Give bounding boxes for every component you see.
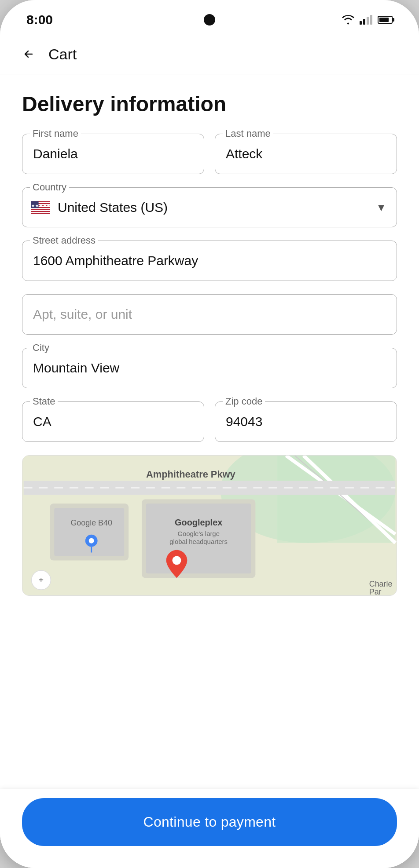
svg-point-29 — [173, 556, 181, 565]
camera-dot — [204, 14, 215, 26]
battery-icon — [378, 16, 393, 24]
apt-suite-input[interactable] — [22, 294, 397, 335]
last-name-input[interactable] — [215, 134, 397, 174]
status-icons — [342, 15, 393, 25]
country-group: Country ★★★★★★ United States (US) — [22, 187, 397, 227]
country-label: Country — [30, 182, 69, 193]
city-group: City — [22, 348, 397, 388]
name-row: First name Last name — [22, 134, 397, 174]
last-name-group: Last name — [215, 134, 397, 174]
city-input[interactable] — [22, 348, 397, 388]
svg-rect-11 — [277, 456, 395, 543]
svg-text:+: + — [39, 575, 44, 585]
page-title: Delivery information — [22, 92, 397, 116]
svg-text:Par: Par — [369, 587, 382, 595]
svg-rect-19 — [54, 508, 124, 556]
apt-suite-group — [22, 294, 397, 335]
svg-text:Googleplex: Googleplex — [175, 518, 222, 527]
state-label: State — [30, 396, 58, 407]
state-zip-row: State Zip code — [22, 401, 397, 442]
city-label: City — [30, 342, 52, 354]
state-input[interactable] — [22, 401, 204, 442]
first-name-input[interactable] — [22, 134, 204, 174]
wifi-icon — [342, 15, 354, 25]
zip-code-input[interactable] — [215, 401, 397, 442]
street-address-group: Street address — [22, 241, 397, 281]
continue-to-payment-button[interactable]: Continue to payment — [22, 798, 397, 846]
svg-text:global headquarters: global headquarters — [169, 538, 228, 545]
street-address-label: Street address — [30, 235, 98, 246]
country-select-wrapper: ★★★★★★ United States (US) Canada (CA) Un… — [22, 187, 397, 227]
first-name-label: First name — [30, 128, 81, 139]
map-container: Amphitheatre Pkwy Google B40 Googleplex … — [22, 455, 397, 596]
back-arrow-icon — [22, 48, 35, 60]
svg-text:Amphitheatre Pkwy: Amphitheatre Pkwy — [146, 469, 236, 480]
signal-icon — [360, 15, 372, 25]
zip-code-label: Zip code — [223, 396, 265, 407]
first-name-group: First name — [22, 134, 204, 174]
main-content: Delivery information First name Last nam… — [0, 74, 419, 868]
zip-code-group: Zip code — [215, 401, 397, 442]
map-svg: Amphitheatre Pkwy Google B40 Googleplex … — [22, 456, 397, 595]
svg-text:Google B40: Google B40 — [70, 518, 112, 527]
nav-title: Cart — [48, 46, 77, 63]
top-nav: Cart — [0, 34, 419, 74]
status-time: 8:00 — [26, 12, 53, 27]
street-address-input[interactable] — [22, 241, 397, 281]
svg-text:Google's large: Google's large — [177, 530, 220, 537]
status-bar: 8:00 — [0, 0, 419, 34]
phone-shell: 8:00 Cart Delive — [0, 0, 419, 868]
state-group: State — [22, 401, 204, 442]
svg-point-22 — [89, 538, 94, 543]
bottom-bar: Continue to payment — [0, 789, 419, 868]
back-button[interactable] — [18, 43, 40, 65]
country-select[interactable]: United States (US) Canada (CA) United Ki… — [22, 187, 397, 227]
last-name-label: Last name — [223, 128, 273, 139]
